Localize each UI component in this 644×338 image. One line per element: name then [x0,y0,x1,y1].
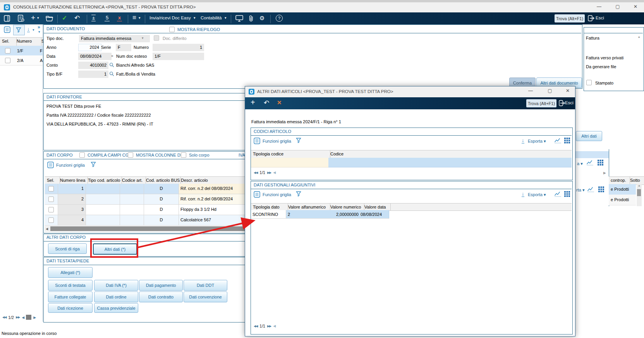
col-sel[interactable]: Sel. [0,38,17,46]
row-checkbox[interactable] [48,217,54,223]
col-controp[interactable]: controp. [609,177,630,185]
confirm-check-icon[interactable]: ✓ [62,14,67,22]
document-row-selected[interactable]: 1/F F [0,46,43,56]
funzioni-griglia-label[interactable]: Funzioni griglia [56,163,85,167]
esporta-fragment[interactable]: rta ▾ [576,188,584,193]
compila-campi-cg-checkbox[interactable] [79,152,85,158]
grid-functions-icon[interactable] [254,138,260,144]
filter-icon[interactable] [295,137,302,143]
new-icon[interactable]: + [31,14,35,22]
cancel-icon[interactable]: ✕ [277,99,282,106]
col-tipo-cod[interactable]: Tipo cod. articolo [86,177,122,184]
data-spinner-icon[interactable]: ▸ [112,53,113,58]
col-codice[interactable]: Codice [328,150,573,158]
paperclip-icon[interactable] [249,15,254,22]
fatture-collegate-button[interactable]: Fatture collegate [48,291,93,302]
filter-icon[interactable] [90,161,96,167]
last-page-icon[interactable]: ▶▶ [16,316,20,319]
col-valore-alfanumerico[interactable]: Valore alfanumerico [286,203,330,210]
contabilita-menu[interactable]: Contabilità [201,16,222,20]
add-icon[interactable]: + [251,98,255,107]
dati-ricezione-button[interactable]: Dati ricezione [48,303,93,313]
grid-view-icon[interactable] [598,160,603,166]
tipo-doc-select[interactable]: Fattura immediata emessa [79,35,150,42]
scroll-up-icon[interactable]: ▲ [638,184,641,187]
right-grid-row[interactable]: e Prodotti [609,195,636,205]
dati-contratto-button[interactable]: Dati contratto [139,291,183,302]
dati-ddt-button[interactable]: Dati DDT [184,280,227,291]
data-field[interactable]: 08/08/2024 [78,53,112,60]
cassa-previdenziale-button[interactable]: Cassa previdenziale [94,303,138,313]
trova-button[interactable]: Trova (Alt+F1) [555,14,585,22]
esporta-button[interactable]: Esporta ▾ [528,139,546,144]
document-row[interactable]: 2/A A [0,55,43,66]
prev-icon[interactable]: ◀ [22,316,24,319]
console-icon[interactable] [4,15,10,22]
row-checkbox[interactable] [5,58,10,63]
doc-differito-checkbox[interactable] [154,35,159,41]
new-caret-icon[interactable]: ▾ [37,16,39,20]
numero-field[interactable]: 1 [153,44,204,51]
grid-functions-icon[interactable] [4,26,10,33]
minimize-icon[interactable]: — [593,2,605,11]
undo-icon[interactable]: ↶ [74,14,80,22]
sconti-di-testata-button[interactable]: Sconti di testata [48,280,93,291]
panel-caret-icon[interactable]: ▾ [38,30,40,34]
col-sotto[interactable]: Sotto [628,177,644,185]
filter-toggle[interactable] [13,25,25,35]
exit-icon[interactable] [559,100,565,106]
num-doc-esteso-field[interactable]: 1/F [153,53,204,60]
esci-button[interactable]: Esci [565,100,574,105]
export-icon[interactable]: ↓ [522,137,524,143]
export-icon[interactable]: ↓ [27,26,30,32]
dati-convenzione-button[interactable]: Dati convenzione [184,291,227,302]
row-checkbox[interactable] [5,48,10,53]
tipo-doc-caret-icon[interactable]: ▾ [142,36,144,40]
funzioni-griglia-label[interactable]: Funzioni griglia [263,139,291,143]
solo-corpo-checkbox[interactable] [181,152,186,158]
stampato-checkbox[interactable] [586,80,592,85]
first-page-icon[interactable]: ◀◀ [2,316,6,319]
help-icon[interactable]: ? [276,15,283,22]
altri-dati-button[interactable]: Altri dati (*) [93,243,137,255]
dati-iva-button[interactable]: Dati IVA (*) [94,280,138,291]
mostra-colonne-ddt-checkbox[interactable] [128,152,133,158]
sconti-di-riga-button[interactable]: Sconti di riga [48,243,87,254]
corpo-h-scrollbar[interactable]: ◀ [45,226,246,232]
conto-field[interactable]: 4010002 [78,62,108,69]
exit-icon[interactable] [588,15,594,21]
right-v-scrollbar[interactable]: ▲ [637,184,642,206]
col-numero-linea[interactable]: Numero linea [58,177,88,184]
tipologia-codice-cell-empty[interactable] [251,158,328,167]
filter-icon[interactable] [295,191,302,197]
menu-icon[interactable]: ≡ [132,14,136,22]
close-icon[interactable]: ✕ [562,86,574,95]
document-list-icon[interactable] [18,15,24,22]
tipo-bf-field[interactable]: 1 [78,71,108,78]
scroll-thumb[interactable] [26,315,31,320]
chart-icon[interactable] [554,138,562,143]
col-valore-data[interactable]: Valore data [362,203,391,210]
undo-icon[interactable]: ↶ [264,99,269,107]
col-tipologia-codice[interactable]: Tipologia codice [251,150,330,158]
maximize-icon[interactable]: ▢ [544,86,556,95]
next-icon[interactable]: ▶ [603,171,606,175]
grid-functions-icon[interactable] [47,162,54,168]
dati-pagamento-button[interactable]: Dati pagamento [139,280,183,291]
col-numero[interactable]: Numero [15,38,41,46]
trova-button[interactable]: Trova (Alt+F1) [526,99,556,107]
prev-icon[interactable]: ◀ [273,324,275,328]
serie-field[interactable]: F [116,44,131,51]
grid-view-icon[interactable] [564,138,570,143]
settings-gear-icon[interactable]: ⚙ [259,15,264,22]
first-page-icon[interactable]: ◀◀ [254,171,258,174]
scroll-thumb[interactable] [637,189,641,196]
invia-ricevi-menu[interactable]: Invia/ricevi Doc Easy [149,16,191,20]
monitor-icon[interactable] [235,15,243,22]
delete-row-icon[interactable]: x [117,15,122,21]
col-valore-numerico[interactable]: Valore numerico [328,203,364,210]
minimize-icon[interactable]: — [525,86,536,95]
col-descr[interactable]: Descr. articolo [179,177,247,184]
grid-view-icon[interactable] [564,191,570,197]
esci-button[interactable]: Esci [596,16,604,20]
